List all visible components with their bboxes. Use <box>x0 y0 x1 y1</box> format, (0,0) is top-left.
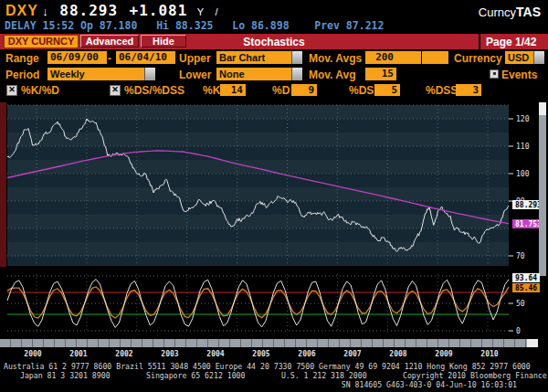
year-label-2002: 2002 <box>109 350 140 358</box>
year-label-2000: 2000 <box>17 350 48 358</box>
range-from-input[interactable]: 06/09/00 <box>47 51 107 64</box>
kd-checkbox[interactable]: ✕ <box>6 85 17 96</box>
footer-contact-line-2: Japan 81 3 3201 8900 Singapore 65 6212 1… <box>20 371 548 380</box>
dss-param-input[interactable]: 3 <box>456 84 481 96</box>
kd-checkbox-label: %K/%D <box>21 84 59 97</box>
page-indicator[interactable]: Page 1/42 <box>486 36 536 48</box>
market-sector: Curncy <box>479 5 516 19</box>
period-label: Period <box>5 69 39 81</box>
year-label-2008: 2008 <box>383 350 414 358</box>
function-mnemonic: CurncyTAS <box>479 4 541 20</box>
stochastics-panel[interactable]: 500 93.64 85.46 <box>0 270 548 336</box>
x-axis-years: 2000200120022003200420052006200720082009… <box>0 350 548 360</box>
main-price-chart[interactable]: 1201101009070 88.293 81.753 <box>0 101 548 267</box>
menu-bar: DXY CURNCY Advanced Hide Stochastics Pag… <box>0 34 548 49</box>
stoch-d-axis-label: 85.46 <box>512 283 540 292</box>
currency-dropdown-button[interactable] <box>533 51 544 64</box>
currency-label: Currency <box>454 52 502 65</box>
control-row-2: Period Weekly Lower None Mov. Avg 15 Eve… <box>0 68 548 83</box>
dsdss-checkbox-label: %DS/%DSS <box>124 84 184 97</box>
chart-title: Stochastics <box>0 36 548 48</box>
mov-avg-2-input[interactable] <box>395 51 421 64</box>
down-arrow-icon: ↓ <box>42 5 48 18</box>
stoch-k-axis-label: 93.64 <box>512 273 540 282</box>
footer-serial-line: SN 814605 G463-403-0 04-Jun-10 16:03:01 <box>0 380 517 389</box>
vertical-scrollbar-thumb[interactable] <box>539 102 546 115</box>
dss-param-label: %DSS <box>426 84 458 97</box>
events-checkbox-dot <box>493 72 496 75</box>
vertical-scrollbar[interactable] <box>539 102 546 276</box>
period-dropdown-button[interactable] <box>144 68 155 80</box>
events-label: Events <box>501 69 537 81</box>
horizontal-scrollbar-thumb[interactable] <box>527 339 538 347</box>
year-label-2003: 2003 <box>154 350 185 358</box>
upper-label: Upper <box>179 52 211 65</box>
d-param-input[interactable]: 9 <box>291 84 317 96</box>
lower-label: Lower <box>179 69 211 81</box>
year-label-2001: 2001 <box>63 350 94 358</box>
range-dash: - <box>108 52 111 65</box>
last-price: 88.293 <box>59 2 118 19</box>
menu-divider <box>479 34 480 49</box>
upper-dropdown-button[interactable] <box>291 51 302 64</box>
year-label-2007: 2007 <box>337 350 368 358</box>
events-checkbox[interactable] <box>490 69 499 79</box>
mov-avg-1-input[interactable]: 200 <box>365 51 396 64</box>
footer-contact-line-1: Australia 61 2 9777 8600 Brazil 5511 304… <box>4 362 531 371</box>
year-label-2005: 2005 <box>246 350 277 358</box>
yield-flag: Y <box>197 6 204 17</box>
price-change: +1.081 <box>130 2 188 19</box>
year-label-2006: 2006 <box>291 350 322 358</box>
d-param-label: %D <box>272 84 290 97</box>
period-select[interactable]: Weekly <box>47 68 147 80</box>
range-label: Range <box>5 52 39 65</box>
year-label-2004: 2004 <box>200 350 231 358</box>
control-row-3: ✕ %K/%D ✕ %DS/%DSS %K 14 %D 9 %DS 5 %DSS… <box>0 84 548 99</box>
price-chart-canvas[interactable] <box>0 101 548 267</box>
horizontal-scrollbar[interactable] <box>0 339 538 347</box>
mov-avg-3-input[interactable] <box>422 51 448 64</box>
bloomberg-terminal-screen: DXY ↓ 88.293 +1.081 Y / CurncyTAS DELAY … <box>0 0 548 392</box>
year-label-2010: 2010 <box>474 350 505 358</box>
slash-separator: / <box>216 6 218 17</box>
lower-dropdown-button[interactable] <box>291 68 302 80</box>
year-label-2009: 2009 <box>428 350 459 358</box>
control-row-1: Range 06/09/00 - 06/04/10 Upper Bar Char… <box>0 51 548 67</box>
ds-param-label: %DS <box>349 84 374 97</box>
security-ticker: DXY <box>5 3 38 18</box>
currency-select[interactable]: USD <box>505 51 536 64</box>
function-name: TAS <box>516 5 541 19</box>
ds-param-input[interactable]: 5 <box>374 84 400 96</box>
upper-chart-select[interactable]: Bar Chart <box>216 51 294 64</box>
mov-avg-input[interactable]: 15 <box>365 68 396 80</box>
security-header: DXY ↓ 88.293 +1.081 Y / <box>5 2 218 19</box>
stochastics-canvas[interactable] <box>0 270 548 336</box>
k-param-label: %K <box>203 84 220 97</box>
k-param-input[interactable]: 14 <box>220 84 246 96</box>
delayed-quote-line: DELAY 15:52 Op 87.180 Hi 88.325 Lo 86.89… <box>5 19 384 32</box>
mov-avgs-label: Mov. Avgs <box>309 52 362 65</box>
range-to-input[interactable]: 06/04/10 <box>116 51 175 64</box>
mov-avg-label: Mov. Avg <box>309 69 356 81</box>
lower-chart-select[interactable]: None <box>216 68 294 80</box>
dsdss-checkbox[interactable]: ✕ <box>110 85 121 96</box>
